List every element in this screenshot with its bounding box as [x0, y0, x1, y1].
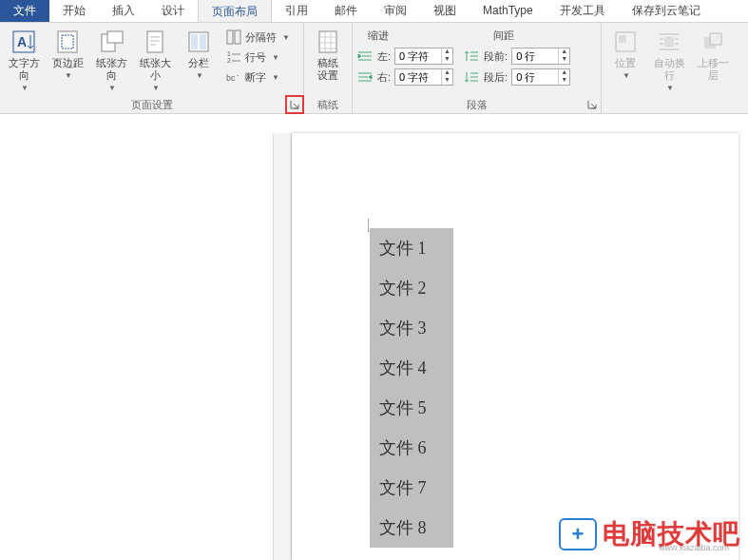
- document-area: 文件 1 文件 2 文件 3 文件 4 文件 5 文件 6 文件 7 文件 8: [0, 114, 748, 560]
- margins-label: 页边距: [52, 57, 84, 69]
- document-page[interactable]: 文件 1 文件 2 文件 3 文件 4 文件 5 文件 6 文件 7 文件 8: [292, 133, 738, 560]
- text-direction-icon: A: [10, 29, 37, 55]
- chevron-down-icon: ▼: [152, 82, 160, 94]
- line-numbers-icon: 12: [226, 49, 241, 65]
- chevron-down-icon: ▼: [282, 33, 290, 42]
- list-item[interactable]: 文件 4: [370, 348, 453, 388]
- svg-rect-19: [664, 37, 674, 47]
- space-after-value[interactable]: [512, 69, 558, 85]
- svg-rect-21: [710, 33, 721, 45]
- tab-view[interactable]: 视图: [420, 0, 470, 22]
- group-arrange: 位置 ▼ 自动换行 ▼ 上移一层: [602, 23, 737, 113]
- tab-save-cloud[interactable]: 保存到云笔记: [619, 0, 714, 22]
- tab-file[interactable]: 文件: [0, 0, 49, 22]
- hyphenation-button[interactable]: bc- 断字 ▼: [222, 68, 294, 86]
- tab-review[interactable]: 审阅: [371, 0, 420, 22]
- wrap-button: 自动换行 ▼: [649, 27, 689, 96]
- group-page-setup: A 文字方向 ▼ 页边距 ▼ 纸张方向 ▼: [0, 23, 304, 113]
- page-setup-launcher[interactable]: [288, 98, 301, 111]
- indent-right-icon: [356, 69, 374, 85]
- svg-text:bc: bc: [226, 73, 236, 83]
- indent-left-value[interactable]: [395, 48, 441, 64]
- list-item[interactable]: 文件 8: [370, 508, 453, 548]
- group-page-setup-label: 页面设置: [4, 96, 299, 113]
- wrap-label: 自动换行: [649, 57, 689, 82]
- svg-text:A: A: [17, 34, 27, 49]
- columns-label: 分栏: [188, 57, 209, 69]
- spin-down[interactable]: ▼: [559, 77, 569, 85]
- indent-left-label: 左:: [377, 49, 391, 64]
- spin-down[interactable]: ▼: [442, 77, 452, 85]
- chevron-down-icon: ▼: [21, 82, 29, 94]
- list-item[interactable]: 文件 2: [370, 268, 453, 308]
- tab-design[interactable]: 设计: [148, 0, 198, 22]
- space-after-input[interactable]: ▲▼: [511, 68, 570, 86]
- list-item[interactable]: 文件 5: [370, 388, 453, 428]
- tab-mailings[interactable]: 邮件: [321, 0, 371, 22]
- spin-down[interactable]: ▼: [559, 56, 569, 64]
- space-after-icon: [463, 69, 480, 85]
- orientation-label: 纸张方向: [91, 57, 131, 82]
- svg-text:-: -: [237, 71, 240, 78]
- hyphenation-icon: bc-: [226, 69, 241, 85]
- orientation-button[interactable]: 纸张方向 ▼: [91, 27, 131, 96]
- margins-button[interactable]: 页边距 ▼: [48, 27, 87, 84]
- columns-button[interactable]: 分栏 ▼: [179, 27, 219, 84]
- chevron-down-icon: ▼: [108, 82, 116, 94]
- tab-page-layout[interactable]: 页面布局: [198, 0, 272, 22]
- vertical-ruler[interactable]: [273, 133, 292, 560]
- list-item[interactable]: 文件 7: [370, 468, 453, 508]
- indent-right-input[interactable]: ▲▼: [394, 68, 453, 86]
- manuscript-settings-button[interactable]: 稿纸 设置: [308, 27, 348, 84]
- breaks-button[interactable]: 分隔符 ▼: [222, 29, 294, 46]
- hyphenation-label: 断字: [245, 70, 266, 85]
- text-direction-label: 文字方向: [4, 57, 44, 82]
- ribbon: A 文字方向 ▼ 页边距 ▼ 纸张方向 ▼: [0, 23, 748, 114]
- bring-forward-button: 上移一层: [693, 27, 733, 84]
- group-paragraph-label: 段落: [356, 96, 597, 113]
- size-label: 纸张大小: [135, 57, 175, 82]
- svg-rect-11: [235, 30, 240, 44]
- tab-home[interactable]: 开始: [49, 0, 99, 22]
- selected-text-block[interactable]: 文件 1 文件 2 文件 3 文件 4 文件 5 文件 6 文件 7 文件 8: [370, 228, 453, 548]
- list-item[interactable]: 文件 3: [370, 308, 453, 348]
- line-numbers-button[interactable]: 12 行号 ▼: [222, 48, 294, 66]
- paragraph-launcher[interactable]: [585, 98, 599, 111]
- size-icon: [142, 29, 168, 55]
- svg-rect-6: [147, 31, 163, 52]
- spacing-header: 间距: [493, 29, 514, 43]
- spin-down[interactable]: ▼: [442, 56, 452, 64]
- margins-icon: [54, 29, 81, 55]
- list-item[interactable]: 文件 6: [370, 428, 453, 468]
- chevron-down-icon: ▼: [65, 69, 72, 82]
- tab-developer[interactable]: 开发工具: [547, 0, 619, 22]
- space-after-label: 段后:: [484, 70, 508, 85]
- chevron-down-icon: ▼: [623, 69, 630, 82]
- breaks-icon: [226, 29, 241, 45]
- bring-forward-label: 上移一层: [693, 57, 733, 82]
- position-label: 位置: [615, 57, 636, 69]
- space-before-value[interactable]: [512, 48, 558, 64]
- manuscript-settings-label: 稿纸 设置: [317, 57, 338, 82]
- text-direction-button[interactable]: A 文字方向 ▼: [4, 27, 44, 96]
- size-button[interactable]: 纸张大小 ▼: [135, 27, 175, 96]
- svg-rect-9: [200, 34, 206, 49]
- chevron-down-icon: ▼: [196, 69, 203, 82]
- tab-insert[interactable]: 插入: [99, 0, 148, 22]
- svg-rect-5: [107, 31, 123, 43]
- indent-right-value[interactable]: [395, 69, 441, 85]
- position-button: 位置 ▼: [605, 27, 645, 84]
- tab-mathtype[interactable]: MathType: [470, 0, 547, 22]
- watermark-sub: www.xiazaiba.com: [659, 543, 729, 552]
- svg-rect-10: [227, 30, 233, 44]
- group-paragraph: 缩进 间距 左: ▲▼ 段前: ▲▼: [353, 23, 602, 113]
- space-before-input[interactable]: ▲▼: [511, 48, 570, 65]
- ribbon-tabs: 文件 开始 插入 设计 页面布局 引用 邮件 审阅 视图 MathType 开发…: [0, 0, 748, 23]
- indent-left-input[interactable]: ▲▼: [394, 48, 453, 65]
- list-item[interactable]: 文件 1: [370, 228, 453, 268]
- group-manuscript-label: 稿纸: [308, 96, 348, 113]
- tab-references[interactable]: 引用: [272, 0, 321, 22]
- line-numbers-label: 行号: [245, 50, 266, 65]
- svg-rect-8: [191, 34, 198, 49]
- manuscript-icon: [315, 29, 341, 55]
